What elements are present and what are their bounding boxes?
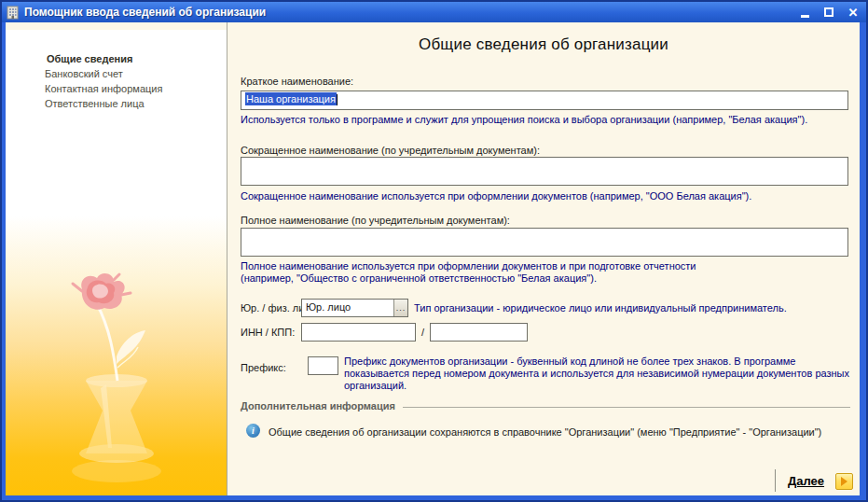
entity-type-picker-button[interactable]: ... xyxy=(393,300,407,316)
text-caret xyxy=(337,94,338,105)
minimize-icon xyxy=(801,15,809,18)
abbrev-name-help: Сокращенное наименование используется пр… xyxy=(241,190,856,202)
maximize-button[interactable] xyxy=(821,5,836,20)
wizard-page-general-info: Общие сведения об организации Краткое на… xyxy=(227,22,860,495)
sidebar-item-contact-info[interactable]: Контактная информация xyxy=(6,81,227,96)
sidebar-item-general-info[interactable]: Общие сведения xyxy=(6,51,227,66)
additional-info-section: Дополнительная информация xyxy=(241,400,850,411)
inn-kpp-separator: / xyxy=(421,327,424,338)
entity-type-help: Тип организации - юридическое лицо или и… xyxy=(414,302,852,314)
kpp-input[interactable] xyxy=(430,323,528,342)
next-arrow-icon xyxy=(841,477,847,486)
inn-input[interactable] xyxy=(301,323,416,342)
window-title: Помощник ввода сведений об организации xyxy=(24,6,266,19)
entity-type-input[interactable]: Юр. лицо ... xyxy=(301,299,408,317)
window-controls: ✕ xyxy=(797,5,861,20)
full-name-help-line1: Полное наименование используется при офо… xyxy=(241,260,856,272)
additional-info-note: Общие сведения об организации сохраняютс… xyxy=(269,426,847,438)
full-name-help: Полное наименование используется при офо… xyxy=(241,260,856,285)
prefix-input[interactable] xyxy=(308,356,338,375)
next-arrow-button[interactable] xyxy=(835,473,853,490)
prefix-label: Префикс: xyxy=(241,362,286,373)
sidebar-item-bank-account[interactable]: Банковский счет xyxy=(6,66,227,81)
info-icon: i xyxy=(246,424,260,438)
full-name-input[interactable] xyxy=(241,228,848,257)
selected-text: Наша организация xyxy=(245,92,337,105)
close-button[interactable]: ✕ xyxy=(846,5,861,20)
close-icon: ✕ xyxy=(848,7,859,19)
next-button[interactable]: Далее xyxy=(788,474,824,488)
prefix-help: Префикс документов организации - буквенн… xyxy=(344,356,852,392)
short-name-label: Краткое наименование: xyxy=(241,76,353,87)
titlebar: Помощник ввода сведений об организации ✕ xyxy=(2,2,866,22)
minimize-button[interactable] xyxy=(797,5,812,20)
inn-kpp-label: ИНН / КПП: xyxy=(241,327,295,338)
wizard-steps-sidebar: Общие сведения Банковский счет Контактна… xyxy=(6,22,227,495)
short-name-help: Используется только в программе и служит… xyxy=(241,114,856,126)
abbrev-name-label: Сокращенное наименование (по учредительн… xyxy=(241,145,540,156)
wizard-step-list: Общие сведения Банковский счет Контактна… xyxy=(6,30,227,111)
page-title: Общие сведения об организации xyxy=(227,35,860,54)
full-name-help-line2: (например, "Общество с ограниченной отве… xyxy=(241,272,856,285)
wizard-window: Помощник ввода сведений об организации ✕… xyxy=(0,0,868,502)
additional-info-header: Дополнительная информация xyxy=(241,400,395,411)
short-name-input[interactable]: Наша организация xyxy=(241,91,848,110)
full-name-label: Полное наименование (по учредительным до… xyxy=(241,215,510,226)
rose-watermark-image xyxy=(28,271,205,490)
abbrev-name-input[interactable] xyxy=(241,157,848,186)
organization-building-icon xyxy=(6,6,20,20)
maximize-icon xyxy=(824,7,834,17)
footer-separator xyxy=(775,469,776,492)
sidebar-gradient-panel: Общие сведения Банковский счет Контактна… xyxy=(6,30,227,495)
client-area: Общие сведения Банковский счет Контактна… xyxy=(2,22,866,500)
entity-type-value: Юр. лицо xyxy=(302,300,393,316)
sidebar-item-responsible-persons[interactable]: Ответственные лица xyxy=(6,96,227,111)
section-divider-line xyxy=(403,407,850,408)
